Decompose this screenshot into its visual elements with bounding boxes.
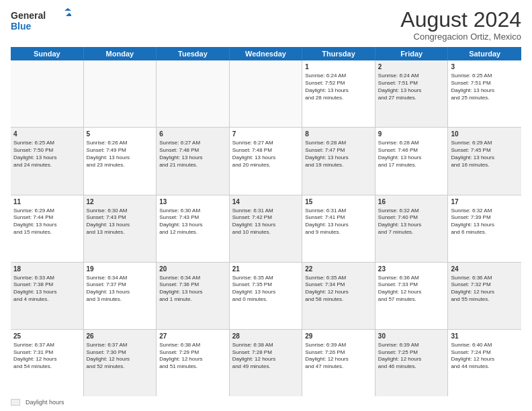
calendar-cell-day-19: 19Sunrise: 6:34 AM Sunset: 7:37 PM Dayli… [84, 263, 157, 329]
calendar-cell-day-14: 14Sunrise: 6:31 AM Sunset: 7:42 PM Dayli… [230, 195, 303, 262]
day-number: 29 [305, 332, 372, 340]
cell-info: Sunrise: 6:24 AM Sunset: 7:51 PM Dayligh… [378, 73, 445, 101]
calendar-row-1: 1Sunrise: 6:24 AM Sunset: 7:52 PM Daylig… [11, 60, 521, 128]
cell-info: Sunrise: 6:26 AM Sunset: 7:49 PM Dayligh… [87, 140, 154, 169]
legend-box [11, 399, 20, 406]
page-header: General Blue August 2024 Congregacion Or… [11, 8, 521, 42]
cell-info: Sunrise: 6:27 AM Sunset: 7:48 PM Dayligh… [159, 140, 226, 169]
cell-info: Sunrise: 6:25 AM Sunset: 7:50 PM Dayligh… [13, 140, 81, 169]
calendar-cell-day-30: 30Sunrise: 6:39 AM Sunset: 7:25 PM Dayli… [375, 330, 449, 396]
cell-info: Sunrise: 6:32 AM Sunset: 7:39 PM Dayligh… [451, 208, 519, 236]
calendar-cell-day-13: 13Sunrise: 6:30 AM Sunset: 7:43 PM Dayli… [157, 195, 230, 262]
calendar-cell-day-16: 16Sunrise: 6:32 AM Sunset: 7:40 PM Dayli… [375, 195, 449, 262]
day-number: 14 [232, 197, 300, 206]
calendar-cell-day-25: 25Sunrise: 6:37 AM Sunset: 7:31 PM Dayli… [11, 330, 84, 396]
day-number: 15 [305, 197, 372, 206]
day-number: 31 [451, 332, 519, 340]
day-number: 13 [159, 197, 226, 206]
day-number: 1 [305, 62, 372, 71]
svg-marker-3 [66, 13, 71, 16]
cell-info: Sunrise: 6:38 AM Sunset: 7:28 PM Dayligh… [232, 342, 300, 371]
cell-info: Sunrise: 6:36 AM Sunset: 7:33 PM Dayligh… [378, 275, 445, 304]
calendar: SundayMondayTuesdayWednesdayThursdayFrid… [11, 47, 521, 396]
header-day-friday: Friday [375, 47, 449, 60]
day-number: 21 [232, 265, 300, 273]
calendar-cell-day-10: 10Sunrise: 6:29 AM Sunset: 7:45 PM Dayli… [448, 128, 521, 194]
calendar-cell-day-29: 29Sunrise: 6:39 AM Sunset: 7:26 PM Dayli… [302, 330, 375, 396]
calendar-cell-empty [230, 60, 303, 127]
page-container: General Blue August 2024 Congregacion Or… [0, 0, 532, 411]
calendar-cell-day-7: 7Sunrise: 6:27 AM Sunset: 7:48 PM Daylig… [230, 128, 303, 194]
calendar-cell-day-20: 20Sunrise: 6:34 AM Sunset: 7:36 PM Dayli… [157, 263, 230, 329]
logo: General Blue [11, 8, 71, 34]
cell-info: Sunrise: 6:34 AM Sunset: 7:37 PM Dayligh… [87, 275, 154, 304]
svg-text:General: General [11, 10, 46, 21]
day-number: 22 [305, 265, 372, 273]
svg-marker-2 [64, 8, 71, 11]
cell-info: Sunrise: 6:35 AM Sunset: 7:35 PM Dayligh… [232, 275, 300, 304]
calendar-cell-day-2: 2Sunrise: 6:24 AM Sunset: 7:51 PM Daylig… [375, 60, 449, 127]
calendar-cell-day-4: 4Sunrise: 6:25 AM Sunset: 7:50 PM Daylig… [11, 128, 84, 194]
cell-info: Sunrise: 6:32 AM Sunset: 7:40 PM Dayligh… [378, 208, 445, 236]
title-block: August 2024 Congregacion Ortiz, Mexico [400, 8, 521, 42]
legend: Daylight hours [11, 399, 521, 406]
cell-info: Sunrise: 6:28 AM Sunset: 7:47 PM Dayligh… [305, 140, 372, 169]
calendar-cell-day-5: 5Sunrise: 6:26 AM Sunset: 7:49 PM Daylig… [84, 128, 157, 194]
calendar-body: 1Sunrise: 6:24 AM Sunset: 7:52 PM Daylig… [11, 60, 521, 396]
calendar-row-2: 4Sunrise: 6:25 AM Sunset: 7:50 PM Daylig… [11, 128, 521, 195]
day-number: 4 [13, 130, 81, 138]
cell-info: Sunrise: 6:24 AM Sunset: 7:52 PM Dayligh… [305, 73, 372, 101]
calendar-cell-day-8: 8Sunrise: 6:28 AM Sunset: 7:47 PM Daylig… [302, 128, 375, 194]
header-day-sunday: Sunday [11, 47, 84, 60]
day-number: 16 [378, 197, 445, 206]
cell-info: Sunrise: 6:40 AM Sunset: 7:24 PM Dayligh… [451, 342, 519, 371]
calendar-cell-day-17: 17Sunrise: 6:32 AM Sunset: 7:39 PM Dayli… [448, 195, 521, 262]
day-number: 23 [378, 265, 445, 273]
cell-info: Sunrise: 6:33 AM Sunset: 7:38 PM Dayligh… [13, 275, 81, 304]
header-day-monday: Monday [84, 47, 157, 60]
cell-info: Sunrise: 6:39 AM Sunset: 7:26 PM Dayligh… [305, 342, 372, 371]
day-number: 25 [13, 332, 81, 340]
day-number: 18 [13, 265, 81, 273]
location-subtitle: Congregacion Ortiz, Mexico [400, 32, 521, 42]
header-day-saturday: Saturday [448, 47, 521, 60]
day-number: 27 [159, 332, 226, 340]
cell-info: Sunrise: 6:37 AM Sunset: 7:30 PM Dayligh… [87, 342, 154, 371]
day-number: 26 [87, 332, 154, 340]
logo-svg: General Blue [11, 8, 71, 34]
calendar-cell-day-1: 1Sunrise: 6:24 AM Sunset: 7:52 PM Daylig… [302, 60, 375, 127]
calendar-cell-empty [84, 60, 157, 127]
day-number: 6 [159, 130, 226, 138]
day-number: 19 [87, 265, 154, 273]
cell-info: Sunrise: 6:34 AM Sunset: 7:36 PM Dayligh… [159, 275, 226, 304]
cell-info: Sunrise: 6:28 AM Sunset: 7:46 PM Dayligh… [378, 140, 445, 169]
day-number: 10 [451, 130, 519, 138]
calendar-row-5: 25Sunrise: 6:37 AM Sunset: 7:31 PM Dayli… [11, 330, 521, 396]
svg-text:Blue: Blue [11, 21, 32, 32]
header-day-thursday: Thursday [302, 47, 375, 60]
cell-info: Sunrise: 6:30 AM Sunset: 7:43 PM Dayligh… [87, 208, 154, 236]
cell-info: Sunrise: 6:37 AM Sunset: 7:31 PM Dayligh… [13, 342, 81, 371]
calendar-cell-day-9: 9Sunrise: 6:28 AM Sunset: 7:46 PM Daylig… [375, 128, 449, 194]
day-number: 5 [87, 130, 154, 138]
cell-info: Sunrise: 6:31 AM Sunset: 7:41 PM Dayligh… [305, 208, 372, 236]
cell-info: Sunrise: 6:25 AM Sunset: 7:51 PM Dayligh… [451, 73, 519, 101]
legend-label: Daylight hours [26, 399, 64, 406]
day-number: 2 [378, 62, 445, 71]
day-number: 20 [159, 265, 226, 273]
calendar-cell-day-6: 6Sunrise: 6:27 AM Sunset: 7:48 PM Daylig… [157, 128, 230, 194]
cell-info: Sunrise: 6:29 AM Sunset: 7:45 PM Dayligh… [451, 140, 519, 169]
calendar-cell-day-11: 11Sunrise: 6:29 AM Sunset: 7:44 PM Dayli… [11, 195, 84, 262]
day-number: 28 [232, 332, 300, 340]
day-number: 9 [378, 130, 445, 138]
day-number: 7 [232, 130, 300, 138]
calendar-cell-day-24: 24Sunrise: 6:36 AM Sunset: 7:32 PM Dayli… [448, 263, 521, 329]
calendar-row-3: 11Sunrise: 6:29 AM Sunset: 7:44 PM Dayli… [11, 195, 521, 263]
calendar-cell-empty [11, 60, 84, 127]
calendar-cell-day-27: 27Sunrise: 6:38 AM Sunset: 7:29 PM Dayli… [157, 330, 230, 396]
month-year-title: August 2024 [400, 8, 521, 32]
calendar-cell-day-28: 28Sunrise: 6:38 AM Sunset: 7:28 PM Dayli… [230, 330, 303, 396]
day-number: 24 [451, 265, 519, 273]
day-number: 30 [378, 332, 445, 340]
calendar-cell-day-31: 31Sunrise: 6:40 AM Sunset: 7:24 PM Dayli… [448, 330, 521, 396]
